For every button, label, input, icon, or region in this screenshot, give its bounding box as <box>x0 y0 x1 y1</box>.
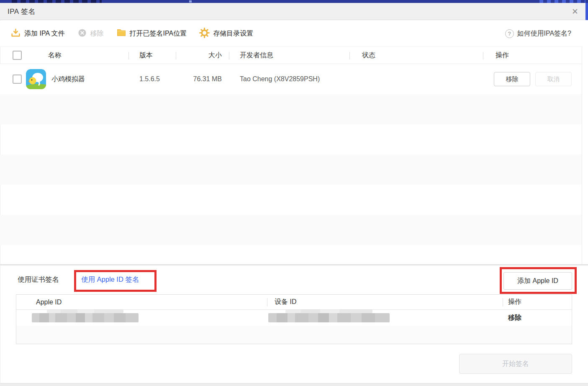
header-apple-id: Apple ID <box>16 299 267 306</box>
select-all-checkbox[interactable] <box>13 51 22 60</box>
close-icon[interactable]: ✕ <box>569 3 581 20</box>
help-icon: ? <box>505 29 514 38</box>
empty-row-stripe <box>0 215 582 245</box>
gear-icon <box>199 28 210 40</box>
header-name: 名称 <box>25 51 128 60</box>
column-separator <box>349 52 350 59</box>
app-icon <box>26 69 46 89</box>
header-device-id: 设备 ID <box>267 298 503 306</box>
background-window-dot <box>189 0 192 3</box>
start-signing-button[interactable]: 开始签名 <box>459 354 572 374</box>
add-ipa-icon <box>10 28 21 40</box>
row-cancel-button[interactable]: 取消 <box>535 72 572 86</box>
apple-id-table-header: Apple ID 设备 ID 操作 <box>16 295 572 310</box>
apple-id-table: Apple ID 设备 ID 操作 移除 <box>16 294 572 344</box>
add-apple-id-button[interactable]: 添加 Apple ID <box>503 272 572 290</box>
folder-icon <box>116 28 126 39</box>
open-signed-ipa-location-label: 打开已签名IPA位置 <box>130 29 187 38</box>
apple-id-remove-button[interactable]: 移除 <box>503 314 572 322</box>
column-separator <box>267 298 267 306</box>
app-version: 1.5.6.5 <box>128 75 176 83</box>
section-divider <box>0 264 588 265</box>
storage-directory-settings-button[interactable]: 存储目录设置 <box>199 28 253 40</box>
tab-sign-with-apple-id[interactable]: 使用 Apple ID 签名 <box>81 275 139 284</box>
background-window-text-fragment <box>12 0 102 3</box>
header-apple-operation: 操作 <box>503 298 572 306</box>
background-window-edge <box>585 3 588 20</box>
column-separator <box>483 52 483 59</box>
app-developer: Tao Cheng (X8V2859PSH) <box>229 75 349 83</box>
table-right-border <box>582 46 582 264</box>
ipa-table-row: 小鸡模拟器 1.5.6.5 76.31 MB Tao Cheng (X8V285… <box>0 64 582 94</box>
add-ipa-file-button[interactable]: 添加 IPA 文件 <box>10 28 65 40</box>
column-separator <box>229 52 229 59</box>
how-to-use-help-link[interactable]: ? 如何使用IPA签名? <box>505 21 572 46</box>
redacted-device-id <box>268 313 390 322</box>
empty-row-stripe <box>0 94 582 124</box>
open-signed-ipa-location-button[interactable]: 打开已签名IPA位置 <box>116 28 187 39</box>
toolbar: 添加 IPA 文件 移除 打开已签名IPA位置 <box>0 21 588 46</box>
apple-id-row: 移除 <box>16 310 572 326</box>
header-operation: 操作 <box>483 51 582 60</box>
header-version: 版本 <box>128 51 176 60</box>
header-size: 大小 <box>176 51 229 60</box>
background-window-text-fragment <box>539 0 585 3</box>
header-developer: 开发者信息 <box>229 51 349 60</box>
remove-toolbar-label: 移除 <box>90 29 104 38</box>
empty-row-stripe <box>0 154 582 185</box>
app-name: 小鸡模拟器 <box>51 75 85 84</box>
apple-table-empty-area <box>16 326 572 344</box>
redacted-apple-id <box>32 313 139 322</box>
header-status: 状态 <box>349 51 483 60</box>
column-separator <box>176 52 176 59</box>
tab-sign-with-certificate[interactable]: 使用证书签名 <box>18 275 59 284</box>
help-label: 如何使用IPA签名? <box>517 29 572 38</box>
column-separator <box>128 52 129 59</box>
row-remove-button[interactable]: 移除 <box>494 72 530 86</box>
remove-circle-icon <box>77 28 87 39</box>
remove-button-toolbar[interactable]: 移除 <box>77 28 104 39</box>
column-separator <box>503 298 503 306</box>
dialog-titlebar: IPA 签名 ✕ <box>0 3 588 20</box>
add-ipa-label: 添加 IPA 文件 <box>24 29 65 38</box>
dialog-bottom-edge <box>0 383 588 386</box>
ipa-table-header: 名称 版本 大小 开发者信息 状态 操作 <box>0 46 582 64</box>
app-size: 76.31 MB <box>176 75 229 83</box>
row-checkbox[interactable] <box>13 75 22 84</box>
storage-directory-settings-label: 存储目录设置 <box>213 29 253 38</box>
dialog-title: IPA 签名 <box>8 7 36 16</box>
background-window-strip <box>0 0 588 3</box>
